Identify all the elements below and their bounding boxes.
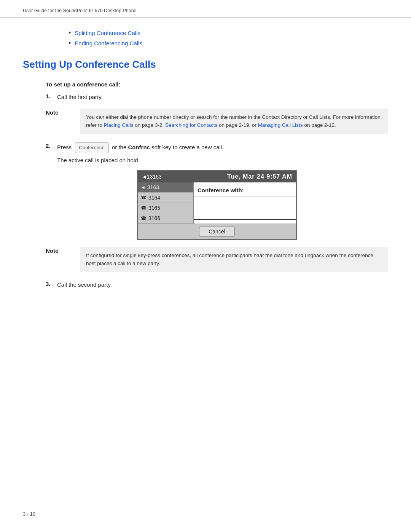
header-text: User Guide for the SoundPoint IP 670 Des… [23,8,137,13]
step-2-softkey: soft key to create a new call. [151,144,223,150]
to-set-up-label: To set up a conference call: [46,81,388,88]
main-content: Splitting Conference Calls Ending Confer… [0,18,411,312]
phone-left-col: ◄ 3163 ☎ 3164 ☎ 3165 ☎ 3 [138,182,193,224]
page-container: User Guide for the SoundPoint IP 670 Des… [0,0,411,532]
phone-screen: ◄13163 Tue, Mar 24 9:57 AM ◄ 3163 ☎ [137,170,297,240]
placing-calls-link[interactable]: Placing Calls [104,122,134,128]
speaker-icon: ◄ [141,185,145,190]
section-heading: Setting Up Conference Calls [23,59,388,70]
phone-header-bar: ◄13163 Tue, Mar 24 9:57 AM [138,171,296,182]
note-2-label: Note [46,247,80,254]
splitting-link[interactable]: Splitting Conference Calls [75,30,140,36]
note-1-label: Note [46,109,80,116]
page-number: 3 - 10 [23,511,35,517]
phone-line-3164: ☎ 3164 [138,193,193,203]
searching-contacts-link[interactable]: Searching for Contacts [165,122,217,128]
phone-header-line: ◄13163 [142,174,162,180]
step-1-number: 1. [46,93,57,99]
step-3-number: 3. [46,281,57,287]
phone-line-3165: ☎ 3165 [138,203,193,213]
page-footer: 3 - 10 [23,511,35,517]
step-2-content: Press Conference or the Confrnc soft key… [57,142,223,153]
step-1-text: Call the first party. [57,93,103,102]
conference-button-display: Conference [75,142,109,153]
phone-icon-3166: ☎ [141,216,147,221]
phone-icon-3165: ☎ [141,205,147,211]
step-2-number: 2. [46,142,57,149]
step-1: 1. Call the first party. [46,93,388,102]
phone-input-area[interactable] [194,197,296,220]
note-1-row: Note You can either dial the phone numbe… [46,109,388,134]
step-2-row: 2. Press Conference or the Confrnc soft … [46,142,388,153]
phone-header-datetime: Tue, Mar 24 9:57 AM [227,173,292,180]
ending-link[interactable]: Ending Conferencing Calls [75,40,142,46]
managing-call-lists-link[interactable]: Managing Call Lists [258,122,303,128]
phone-line-3163-number: 3163 [147,184,159,190]
step-2-or: or the [112,144,126,150]
phone-line-3165-number: 3165 [148,205,160,211]
phone-cancel-button[interactable]: Cancel [199,227,235,236]
note-2-box: If configured for single key-press confe… [80,247,388,272]
phone-lines: ◄ 3163 ☎ 3164 ☎ 3165 ☎ 3 [138,182,296,224]
step-2-confrnc: Confrnc [128,144,150,150]
phone-line-3166: ☎ 3166 [138,213,193,224]
note-1-text4: on page 2-12. [303,122,336,128]
phone-icon-3164: ☎ [141,195,147,200]
bullet-splitting: Splitting Conference Calls [68,29,388,37]
steps-section: To set up a conference call: 1. Call the… [46,81,388,289]
note-1-text3: on page 2-19, or [217,122,258,128]
note-1-box: You can either dial the phone number dir… [80,109,388,134]
phone-line-3166-number: 3166 [148,215,160,221]
phone-header-left: ◄13163 [142,174,227,180]
phone-line-3164-number: 3164 [148,195,160,201]
top-bullets: Splitting Conference Calls Ending Confer… [68,29,388,47]
step-2-press: Press [57,144,72,150]
note-2-row: Note If configured for single key-press … [46,247,388,272]
step-3-row: 3. Call the second party. [46,281,388,289]
phone-line-3163: ◄ 3163 [138,182,193,193]
note-1-text2: on page 3-2, [134,122,165,128]
phone-bottom-bar: Cancel [138,224,296,239]
active-call-text: The active call is placed on hold. [57,157,388,163]
phone-right-col: Conference with: [193,182,296,224]
phone-conf-label: Conference with: [194,182,296,197]
bullet-ending: Ending Conferencing Calls [68,39,388,47]
step-3-text: Call the second party. [57,281,112,289]
page-header: User Guide for the SoundPoint IP 670 Des… [0,0,411,18]
